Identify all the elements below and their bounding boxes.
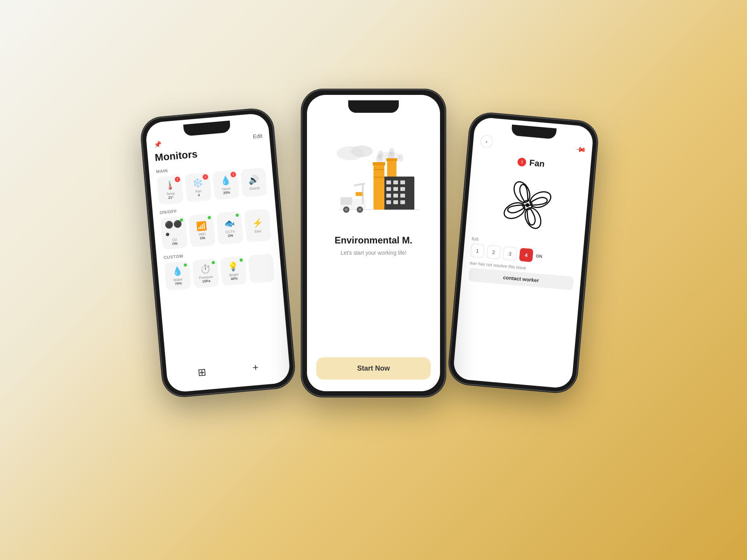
phone-right: ‹ 📌 ! Fan: [447, 112, 599, 394]
o2-card[interactable]: ⚫⚫⚫ O2 ON: [160, 216, 188, 250]
cctv-icon: 🐟: [224, 218, 235, 229]
speed-1-button[interactable]: 1: [470, 243, 485, 258]
svg-rect-12: [400, 180, 405, 184]
fan-illustration: [494, 172, 561, 239]
temp-icon: 🌡️: [164, 180, 175, 191]
svg-point-1: [351, 145, 373, 157]
svg-rect-27: [386, 158, 397, 161]
onoff-grid: ⚫⚫⚫ O2 ON 📶 WiFi ON 🐟 CCTV ON: [160, 208, 272, 250]
cctv-value: ON: [228, 233, 233, 238]
fan-card[interactable]: ❄️ Fan 4: [184, 172, 212, 202]
wifi-icon: 📶: [196, 220, 207, 231]
svg-rect-14: [393, 187, 398, 191]
svg-point-33: [358, 208, 361, 211]
center-content: Environmental M. Let's start your workin…: [307, 95, 440, 391]
left-content: 📌 Edit Monitors MAIN 🌡️ Temp 21° ❄️: [145, 113, 291, 393]
svg-rect-26: [387, 159, 396, 177]
back-button[interactable]: ‹: [480, 135, 493, 148]
add-nav-icon[interactable]: +: [252, 361, 259, 374]
bottom-nav: ⊞ +: [166, 355, 290, 385]
factory-illustration: [316, 122, 431, 223]
fan-title: Fan: [529, 158, 545, 169]
bright-value: 40%: [231, 276, 238, 281]
pressure-card[interactable]: ⏱️ Pressure 15Pa: [192, 258, 219, 288]
svg-rect-17: [393, 194, 398, 198]
right-header: ‹ 📌: [480, 135, 586, 156]
center-phone-screen: Environmental M. Let's start your workin…: [307, 95, 440, 391]
phone-center: Environmental M. Let's start your workin…: [302, 89, 445, 397]
edit-button[interactable]: Edit: [253, 132, 262, 139]
svg-rect-19: [386, 200, 391, 204]
start-now-button[interactable]: Start Now: [316, 357, 431, 380]
empty-card: [248, 254, 275, 284]
right-phone-screen: ‹ 📌 ! Fan: [452, 117, 594, 389]
on-label: ON: [536, 254, 542, 259]
water-value: 70%: [175, 281, 182, 286]
pressure-icon: ⏱️: [200, 263, 211, 274]
svg-rect-18: [400, 194, 405, 198]
pin-icon: 📌: [153, 141, 162, 149]
app-title: Environmental M.: [335, 235, 412, 246]
sound-icon: 🔊: [248, 175, 259, 186]
grid-nav-icon[interactable]: ⊞: [197, 366, 207, 379]
svg-rect-16: [386, 194, 391, 198]
speed-2-button[interactable]: 2: [486, 245, 501, 259]
svg-point-6: [389, 148, 395, 156]
o2-value: ON: [172, 242, 177, 246]
svg-point-31: [345, 208, 348, 211]
fan-icon: ❄️: [192, 177, 203, 188]
custom-grid: 💧 Water 70% ⏱️ Pressure 15Pa 💡 Bright 40…: [164, 254, 275, 291]
elec-card[interactable]: ⚡ Elec: [244, 208, 272, 242]
left-header-left: 📌: [153, 141, 162, 149]
o2-icon: ⚫⚫⚫: [164, 219, 183, 238]
phone-left: 📌 Edit Monitors MAIN 🌡️ Temp 21° ❄️: [140, 108, 296, 398]
phones-container: 📌 Edit Monitors MAIN 🌡️ Temp 21° ❄️: [198, 66, 549, 494]
wifi-card[interactable]: 📶 WiFi ON: [188, 214, 216, 247]
svg-rect-20: [393, 200, 398, 204]
sound-card[interactable]: 🔊 Sound: [240, 168, 268, 198]
right-content: ‹ 📌 ! Fan: [452, 117, 594, 389]
fan-value: 4: [198, 193, 200, 197]
humi-card[interactable]: 💧 Humi 25%: [212, 170, 240, 200]
svg-point-4: [378, 150, 383, 158]
svg-rect-23: [373, 162, 385, 165]
temp-value: 21°: [168, 195, 174, 200]
water-card[interactable]: 💧 Water 70%: [164, 261, 191, 291]
humi-value: 25%: [223, 190, 230, 195]
svg-rect-11: [393, 180, 398, 184]
svg-rect-36: [356, 192, 363, 196]
left-phone-screen: 📌 Edit Monitors MAIN 🌡️ Temp 21° ❄️: [145, 113, 291, 393]
fan-icon-container: [472, 170, 582, 241]
sound-label: Sound: [249, 186, 260, 191]
app-subtitle: Let's start your working life!: [340, 250, 406, 256]
wifi-value: ON: [200, 236, 205, 240]
fan-alert-circle: !: [517, 158, 527, 167]
svg-rect-25: [374, 177, 384, 178]
svg-rect-21: [400, 200, 405, 204]
pressure-value: 15Pa: [202, 278, 210, 283]
svg-rect-13: [386, 187, 391, 191]
main-grid: 🌡️ Temp 21° ❄️ Fan 4 💧 Humi 25%: [156, 168, 267, 205]
bright-icon: 💡: [228, 261, 239, 272]
speed-4-button[interactable]: 4: [519, 248, 533, 262]
svg-rect-10: [386, 180, 391, 184]
temp-card[interactable]: 🌡️ Temp 21°: [156, 175, 184, 205]
elec-icon: ⚡: [252, 217, 263, 228]
center-notch: [348, 100, 399, 113]
svg-rect-24: [374, 169, 384, 170]
svg-rect-29: [340, 197, 352, 205]
speed-3-button[interactable]: 3: [503, 247, 517, 261]
elec-label: Elec: [254, 229, 261, 233]
svg-rect-15: [400, 187, 405, 191]
factory-svg: [319, 138, 428, 223]
pin-right-icon[interactable]: 📌: [575, 144, 587, 156]
humi-icon: 💧: [220, 175, 231, 186]
cctv-card[interactable]: 🐟 CCTV ON: [216, 211, 244, 245]
bright-card[interactable]: 💡 Bright 40%: [220, 256, 247, 286]
fan-title-row: ! Fan: [479, 153, 584, 172]
water-icon: 💧: [172, 266, 183, 277]
svg-point-7: [398, 154, 403, 162]
